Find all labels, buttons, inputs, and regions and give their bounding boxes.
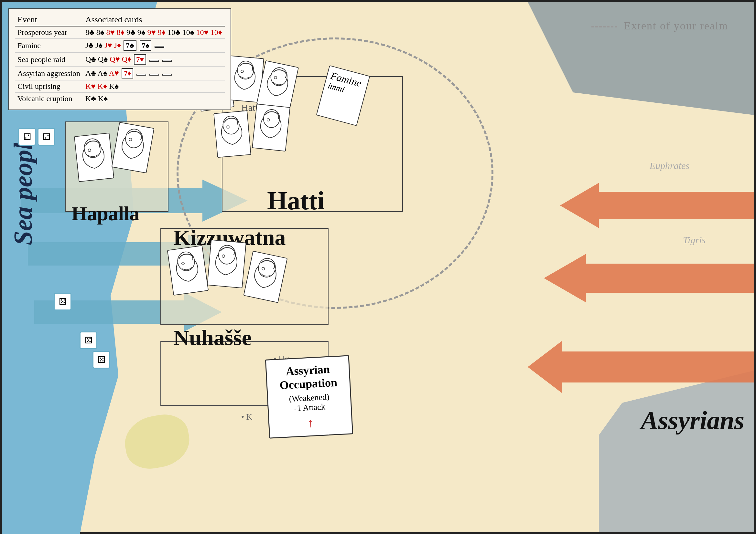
svg-point-17 (222, 255, 225, 258)
sea-people-label: Sea people (9, 131, 38, 245)
lowland-region-bottom (599, 370, 754, 532)
event-table: Event Associated cards Prosperous year 8… (9, 9, 231, 110)
k-dot-label: • K (241, 412, 252, 422)
event-row-famine: Famine J♣ J♠ J♥ J♦ 7♣ 7♠ (15, 39, 225, 53)
event-cards-assyrian: A♣ A♠ A♥ 7♦ (83, 66, 225, 80)
event-name-prosperous: Prosperous year (15, 26, 83, 39)
cards-col-header: Associated cards (83, 13, 225, 26)
event-row-sea-people: Sea people raid Q♣ Q♠ Q♥ Q♦ 7♥ (15, 53, 225, 66)
event-cards-famine: J♣ J♠ J♥ J♦ 7♣ 7♠ (83, 39, 225, 53)
event-name-famine: Famine (15, 39, 83, 53)
event-name-volcanic: Volcanic eruption (15, 93, 83, 105)
svg-point-13 (129, 138, 132, 141)
hatti-card-5 (252, 104, 290, 151)
assyrian-arrow-1 (560, 183, 754, 228)
hatti-card-4 (213, 111, 251, 158)
game-map: Hattuša Sea people Hatti Hapalla Kizzuwa… (0, 0, 756, 534)
assyrians-label: Assyrians (641, 406, 744, 435)
event-row-prosperous: Prosperous year 8♣ 8♠ 8♥ 8♦ 9♣ 9♠ 9♥ 9♦ … (15, 26, 225, 39)
hapalla-card-1 (74, 133, 114, 182)
euphrates-label: Euphrates (650, 160, 689, 171)
nuhasse-label: Nuhašše (173, 325, 252, 350)
svg-point-9 (267, 118, 270, 121)
kizzuwatna-card-1 (167, 245, 209, 295)
svg-point-5 (274, 76, 277, 79)
event-row-assyrian: Assyrian aggression A♣ A♠ A♥ 7♦ (15, 66, 225, 80)
hatti-label: Hatti (267, 186, 325, 216)
event-cards-prosperous: 8♣ 8♠ 8♥ 8♦ 9♣ 9♠ 9♥ 9♦ 10♣ 10♠ 10♥ 10♦ (83, 26, 225, 39)
realm-extent-label: Extent of your realm (591, 20, 728, 32)
svg-point-11 (88, 149, 91, 151)
event-cards-civil: K♥ K♦ K♠ (83, 80, 225, 93)
occupation-card: Assyrian Occupation (Weakened) -1 Attack… (265, 355, 353, 438)
event-name-sea-people: Sea people raid (15, 53, 83, 66)
event-name-civil: Civil uprising (15, 80, 83, 93)
event-row-civil: Civil uprising K♥ K♦ K♠ (15, 80, 225, 93)
event-row-volcanic: Volcanic eruption K♣ K♠ (15, 93, 225, 105)
event-col-header: Event (15, 13, 83, 26)
hapalla-label: Hapalla (71, 202, 139, 225)
svg-point-19 (261, 267, 265, 270)
event-cards-sea-people: Q♣ Q♠ Q♥ Q♦ 7♥ (83, 53, 225, 66)
event-name-assyrian: Assyrian aggression (15, 66, 83, 80)
event-cards-volcanic: K♣ K♠ (83, 93, 225, 105)
kizzuwatna-card-2 (207, 240, 246, 288)
dice-5: ⚄ (93, 351, 110, 369)
dice-4: ⚄ (80, 331, 97, 349)
occupation-arrow-icon: ↑ (307, 415, 314, 430)
assyrian-arrow-2 (544, 254, 754, 302)
svg-point-15 (181, 262, 184, 265)
svg-point-7 (227, 126, 230, 129)
mountain-region-top (528, 2, 754, 115)
svg-point-3 (241, 70, 244, 73)
cyprus-island (121, 411, 194, 472)
dice-1: ⚁ (18, 128, 36, 146)
dice-2: ⚁ (38, 128, 55, 146)
tigris-label: Tigris (683, 235, 706, 245)
dice-3: ⚄ (54, 293, 71, 311)
